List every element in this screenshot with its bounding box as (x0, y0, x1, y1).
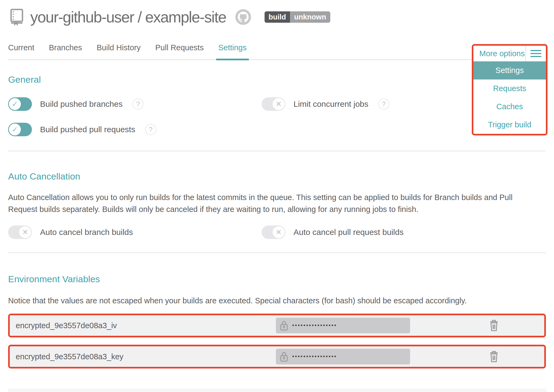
section-divider (8, 252, 546, 253)
auto-cancellation-heading: Auto Cancellation (8, 171, 546, 182)
help-icon[interactable]: ? (145, 124, 156, 135)
env-var-value-field[interactable]: •••••••••••••••• (276, 349, 410, 364)
page-title: your-github-user / example-site (30, 8, 226, 26)
section-divider (8, 150, 546, 152)
toggle-check-icon: ✓ (9, 124, 21, 135)
masked-value: •••••••••••••••• (292, 322, 337, 328)
env-var-row-iv: encrypted_9e3557de08a3_iv ••••••••••••••… (8, 314, 546, 337)
toggle-check-icon: ✓ (9, 98, 21, 110)
toggle-cross-icon: ✕ (273, 98, 285, 110)
delete-env-var-icon[interactable] (489, 319, 499, 332)
build-status-badge: build unknown (265, 11, 330, 23)
toggle-label: Auto cancel branch builds (40, 228, 133, 237)
toggle-label: Build pushed pull requests (40, 125, 135, 134)
hamburger-menu-icon[interactable] (525, 46, 546, 61)
repo-book-icon (8, 8, 24, 26)
repo-header: your-github-user / example-site build un… (8, 0, 546, 28)
next-row-partial (8, 388, 546, 392)
toggle-label: Build pushed branches (40, 99, 123, 109)
build-pushed-branches-toggle[interactable]: ✓ (8, 97, 32, 111)
env-var-row-key: encrypted_9e3557de08a3_key •••••••••••••… (8, 345, 546, 368)
auto-cancel-pull-request-builds-toggle[interactable]: ✕ (262, 225, 285, 239)
auto-cancel-branch-builds-toggle[interactable]: ✕ (8, 225, 32, 239)
more-options-header: More options (473, 46, 546, 61)
auto-cancellation-description: Auto Cancellation allows you to only run… (8, 191, 521, 215)
env-var-name: encrypted_9e3557de08a3_iv (16, 321, 276, 330)
toggle-cross-icon: ✕ (19, 226, 31, 238)
masked-value: •••••••••••••••• (292, 353, 337, 360)
tab-build-history[interactable]: Build History (97, 43, 141, 52)
help-icon[interactable]: ? (378, 98, 390, 110)
tab-settings[interactable]: Settings (218, 43, 247, 52)
toggle-row-auto-cancel-branch-builds: ✕ Auto cancel branch builds (8, 225, 262, 239)
badge-status-value: unknown (290, 11, 330, 23)
tab-branches[interactable]: Branches (49, 43, 82, 52)
env-var-value-field[interactable]: •••••••••••••••• (276, 318, 410, 333)
menu-item-caches[interactable]: Caches (473, 98, 546, 116)
general-heading: General (8, 74, 546, 85)
toggle-row-auto-cancel-pull-request-builds: ✕ Auto cancel pull request builds (262, 225, 546, 239)
more-options-label[interactable]: More options (473, 46, 525, 61)
limit-concurrent-jobs-toggle[interactable]: ✕ (262, 97, 285, 111)
settings-page: your-github-user / example-site build un… (0, 0, 554, 392)
repo-tabbar: Current Branches Build History Pull Requ… (8, 43, 546, 60)
more-options-dropdown: More options Settings Requests Caches Tr… (472, 44, 548, 135)
badge-build-label: build (265, 11, 290, 23)
toggle-row-build-pushed-branches: ✓ Build pushed branches ? (8, 97, 262, 111)
lock-icon (280, 351, 288, 362)
toggle-label: Limit concurrent jobs (294, 99, 368, 109)
menu-item-requests[interactable]: Requests (473, 79, 546, 98)
tab-current[interactable]: Current (8, 43, 34, 52)
delete-env-var-icon[interactable] (489, 350, 499, 363)
environment-variables-notice: Notice that the values are not escaped w… (8, 295, 521, 307)
toggle-cross-icon: ✕ (273, 226, 285, 238)
env-var-name: encrypted_9e3557de08a3_key (16, 352, 276, 361)
help-icon[interactable]: ? (132, 98, 144, 110)
menu-item-settings[interactable]: Settings (473, 61, 546, 79)
menu-item-trigger-build[interactable]: Trigger build (473, 116, 546, 134)
environment-variables-heading: Environment Variables (8, 274, 546, 284)
tab-pull-requests[interactable]: Pull Requests (155, 43, 204, 52)
lock-icon (280, 320, 288, 331)
toggle-row-build-pushed-pull-requests: ✓ Build pushed pull requests ? (8, 123, 262, 136)
toggle-label: Auto cancel pull request builds (294, 228, 404, 237)
build-pushed-pull-requests-toggle[interactable]: ✓ (8, 123, 32, 136)
github-logo-icon[interactable] (235, 9, 251, 25)
